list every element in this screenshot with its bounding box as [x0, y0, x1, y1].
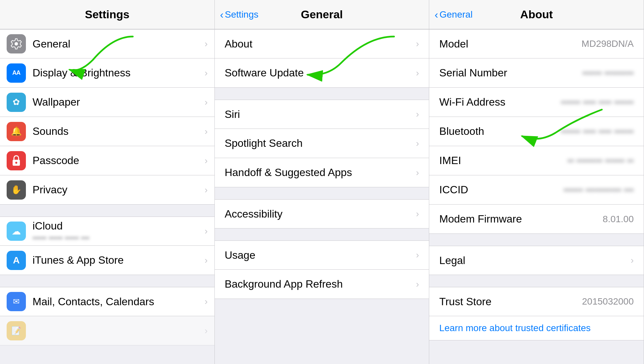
about-item-trust-store: Trust Store 2015032000: [429, 287, 644, 316]
usage-label: Usage: [225, 249, 416, 261]
modem-value: 8.01.00: [603, 214, 634, 225]
about-back-chevron: ‹: [435, 9, 438, 20]
settings-title: Settings: [85, 8, 129, 21]
legal-label: Legal: [439, 254, 465, 267]
general-back-button[interactable]: ‹ Settings: [220, 9, 259, 20]
trust-link-container: Learn more about trusted certificates: [429, 316, 644, 340]
icloud-icon: ☁: [7, 222, 26, 241]
about-section-3: Trust Store 2015032000 Learn more about …: [429, 287, 644, 340]
display-label: Display & Brightness: [33, 67, 201, 79]
sounds-label: Sounds: [33, 125, 201, 137]
about-item-modem: Modem Firmware 8.01.00: [429, 205, 644, 234]
sounds-icon: 🔔: [7, 122, 26, 141]
legal-chevron: ›: [631, 255, 634, 266]
handoff-chevron: ›: [416, 167, 419, 178]
general-item-usage[interactable]: Usage ›: [215, 240, 429, 270]
general-item-siri[interactable]: Siri ›: [215, 100, 429, 129]
settings-item-display[interactable]: AA Display & Brightness ›: [0, 58, 214, 88]
about-back-button[interactable]: ‹ General: [435, 9, 472, 20]
iccid-value: •••••• ••••••••••• •••: [563, 185, 634, 195]
model-label: Model: [439, 38, 468, 50]
itunes-chevron: ›: [204, 255, 207, 266]
background-refresh-label: Background App Refresh: [225, 278, 416, 290]
trust-store-label: Trust Store: [439, 296, 491, 308]
about-item-serial: Serial Number •••••• •••••••••: [429, 58, 644, 88]
about-title: About: [520, 8, 553, 21]
svg-point-3: [15, 162, 17, 164]
settings-item-wallpaper[interactable]: ✿ Wallpaper ›: [0, 88, 214, 117]
mail-icon: ✉: [7, 292, 26, 311]
settings-section-1: General › AA Display & Brightness › ✿ Wa…: [0, 29, 214, 205]
siri-chevron: ›: [416, 109, 419, 120]
itunes-label: iTunes & App Store: [33, 254, 201, 266]
general-item-software-update[interactable]: Software Update ›: [215, 58, 429, 88]
bluetooth-value: •••••• •••• •••• ••••••: [561, 126, 634, 137]
passcode-chevron: ›: [204, 155, 207, 166]
general-section-3: Accessibility ›: [215, 199, 429, 228]
mail-label: Mail, Contacts, Calendars: [33, 296, 201, 308]
icloud-chevron: ›: [204, 226, 207, 236]
icloud-text: iCloud ••••• ••••• ••••• •••: [33, 220, 201, 243]
about-item-model: Model MD298DN/A: [429, 29, 644, 58]
settings-item-passcode[interactable]: Passcode ›: [0, 146, 214, 175]
accessibility-chevron: ›: [416, 209, 419, 219]
general-item-spotlight[interactable]: Spotlight Search ›: [215, 129, 429, 158]
spacer-1: [0, 205, 214, 217]
usage-chevron: ›: [416, 250, 419, 260]
about-spacer-1: [429, 234, 644, 246]
svg-point-1: [15, 42, 18, 46]
about-item-iccid: ICCID •••••• ••••••••••• •••: [429, 175, 644, 205]
notes-icon: 📝: [7, 321, 26, 340]
wallpaper-label: Wallpaper: [33, 96, 201, 108]
about-panel: ‹ General About Model MD298DN/A Serial N…: [429, 0, 644, 364]
about-label: About: [225, 38, 416, 50]
settings-item-itunes[interactable]: A iTunes & App Store ›: [0, 246, 214, 275]
privacy-icon: ✋: [7, 180, 26, 200]
wallpaper-icon: ✿: [7, 93, 26, 112]
about-spacer-2: [429, 275, 644, 287]
wifi-value: •••••• •••• •••• ••••••: [561, 97, 634, 108]
general-spacer-3: [215, 228, 429, 240]
about-content: Model MD298DN/A Serial Number •••••• •••…: [429, 29, 644, 364]
accessibility-label: Accessibility: [225, 208, 416, 220]
settings-content: General › AA Display & Brightness › ✿ Wa…: [0, 29, 214, 364]
itunes-icon: A: [7, 251, 26, 270]
general-label: General: [33, 38, 201, 50]
settings-panel: Settings General › AA Display: [0, 0, 215, 364]
settings-item-mail[interactable]: ✉ Mail, Contacts, Calendars ›: [0, 287, 214, 316]
about-header: ‹ General About: [429, 0, 644, 29]
notes-chevron: ›: [204, 325, 207, 336]
about-section-2: Legal ›: [429, 246, 644, 275]
general-header: ‹ Settings General: [215, 0, 429, 29]
general-item-background-refresh[interactable]: Background App Refresh ›: [215, 270, 429, 299]
about-item-legal[interactable]: Legal ›: [429, 246, 644, 275]
imei-label: IMEI: [439, 154, 461, 167]
privacy-label: Privacy: [33, 184, 201, 196]
general-panel: ‹ Settings General About › Software Upda…: [215, 0, 430, 364]
settings-item-notes[interactable]: 📝 ›: [0, 316, 214, 345]
about-chevron: ›: [416, 39, 419, 49]
mail-chevron: ›: [204, 296, 207, 307]
general-chevron: ›: [204, 39, 207, 49]
about-item-bluetooth: Bluetooth •••••• •••• •••• ••••••: [429, 117, 644, 146]
settings-item-general[interactable]: General ›: [0, 29, 214, 58]
sounds-chevron: ›: [204, 126, 207, 137]
wallpaper-chevron: ›: [204, 97, 207, 108]
general-section-1: About › Software Update ›: [215, 29, 429, 88]
settings-section-3: ✉ Mail, Contacts, Calendars › 📝 ›: [0, 287, 214, 345]
background-refresh-chevron: ›: [416, 279, 419, 290]
general-item-handoff[interactable]: Handoff & Suggested Apps ›: [215, 158, 429, 187]
spotlight-chevron: ›: [416, 138, 419, 149]
settings-item-sounds[interactable]: 🔔 Sounds ›: [0, 117, 214, 146]
about-section-1: Model MD298DN/A Serial Number •••••• •••…: [429, 29, 644, 234]
general-item-accessibility[interactable]: Accessibility ›: [215, 199, 429, 228]
settings-item-icloud[interactable]: ☁ iCloud ••••• ••••• ••••• ••• ›: [0, 217, 214, 246]
iccid-label: ICCID: [439, 184, 468, 196]
back-chevron-left: ‹: [220, 9, 224, 20]
about-item-wifi: Wi-Fi Address •••••• •••• •••• ••••••: [429, 88, 644, 117]
settings-item-privacy[interactable]: ✋ Privacy ›: [0, 175, 214, 205]
spotlight-label: Spotlight Search: [225, 137, 416, 149]
trust-link[interactable]: Learn more about trusted certificates: [439, 323, 591, 333]
general-item-about[interactable]: About ›: [215, 29, 429, 58]
about-back-label: General: [440, 9, 473, 20]
